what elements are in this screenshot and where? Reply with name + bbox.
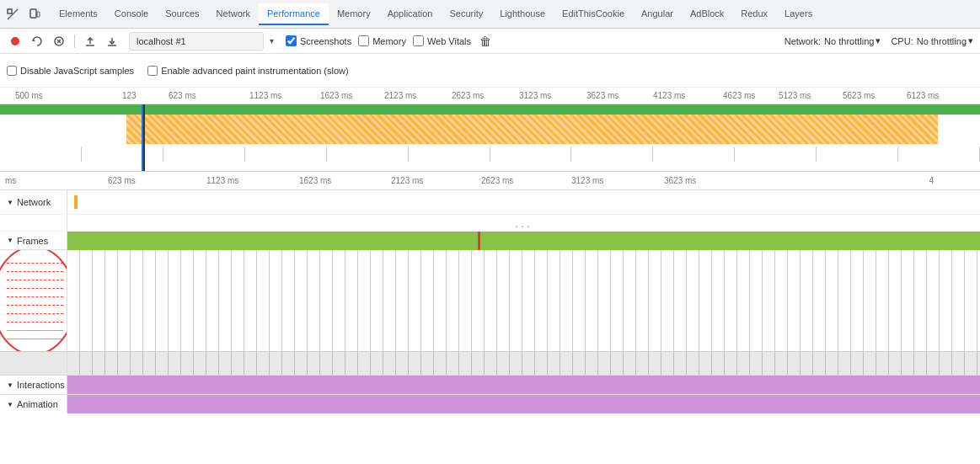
gray-cell — [0, 147, 82, 162]
gray-cell — [898, 147, 980, 162]
frames-content — [0, 250, 980, 351]
delete-icon[interactable]: 🗑 — [479, 35, 491, 48]
overview-area[interactable] — [0, 104, 980, 172]
time-label-5123: 5123 ms — [779, 91, 811, 100]
disable-js-checkbox[interactable] — [7, 66, 17, 76]
network-label[interactable]: ▼ Network — [0, 190, 67, 214]
network-content[interactable] — [67, 190, 980, 214]
reload-profile-button[interactable] — [29, 33, 46, 50]
frames-chevron: ▼ — [7, 237, 13, 244]
interactions-bar — [67, 376, 980, 394]
dash-line-6 — [7, 305, 63, 306]
download-button[interactable] — [104, 33, 120, 50]
overview-gray-cells — [0, 147, 980, 162]
tab-adblock[interactable]: AdBlock — [682, 3, 732, 25]
frames-sidebar-lines — [0, 250, 67, 351]
enable-paint-label: Enable advanced paint instrumentation (s… — [161, 66, 349, 76]
tab-memory[interactable]: Memory — [329, 3, 379, 25]
dots-row: ... — [0, 215, 980, 232]
network-throttle: Network: No throttling ▾ — [785, 35, 881, 46]
frames-bottom-bar — [0, 351, 980, 375]
network-section: ▼ Network — [0, 190, 980, 215]
svg-rect-0 — [8, 9, 12, 13]
web-vitals-checkbox[interactable] — [413, 35, 424, 46]
frames-timeline-bar — [67, 232, 980, 250]
dash-line-5 — [7, 296, 63, 297]
enable-paint-option: Enable advanced paint instrumentation (s… — [147, 66, 349, 76]
time-label-6123: 6123 ms — [907, 91, 939, 100]
tab-network[interactable]: Network — [208, 3, 259, 25]
gray-cell — [409, 147, 490, 162]
network-throttle-dropdown[interactable]: No throttling ▾ — [824, 35, 881, 46]
toolbar: localhost #1 ▾ Screenshots Memory Web Vi… — [0, 29, 980, 54]
network-chevron: ▼ — [7, 199, 13, 206]
interactions-label-text: Interactions — [17, 380, 65, 390]
svg-point-4 — [11, 37, 19, 45]
memory-checkbox[interactable] — [358, 35, 369, 46]
svg-rect-2 — [30, 9, 36, 18]
gray-cell — [163, 147, 245, 162]
tab-application[interactable]: Application — [379, 3, 442, 25]
interactions-chevron: ▼ — [7, 381, 13, 389]
dash-line-8 — [7, 322, 63, 323]
cpu-throttle-arrow: ▾ — [968, 35, 973, 46]
animation-label[interactable]: ▼ Animation — [0, 395, 67, 413]
tab-layers[interactable]: Layers — [776, 3, 821, 25]
time-label-623: 623 ms — [169, 91, 196, 100]
frames-sidebar — [0, 250, 67, 351]
tab-console[interactable]: Console — [106, 3, 157, 25]
time-label-4123: 4123 ms — [653, 91, 685, 100]
time-label-3123: 3123 ms — [519, 91, 551, 100]
tab-editthiscookie[interactable]: EditThisCookie — [554, 3, 633, 25]
screenshots-checkbox[interactable] — [286, 35, 297, 46]
main-content: 500 ms 123 623 ms 1123 ms 1623 ms 2123 m… — [0, 88, 980, 464]
dash-line-2 — [7, 271, 63, 272]
network-throttle-arrow: ▾ — [876, 35, 881, 46]
tl-1623: 1623 ms — [299, 176, 331, 185]
device-icon[interactable] — [25, 5, 44, 24]
screenshots-label: Screenshots — [300, 36, 351, 46]
time-label-4623: 4623 ms — [723, 91, 755, 100]
gray-cell — [571, 147, 653, 162]
enable-paint-checkbox[interactable] — [147, 66, 158, 76]
svg-line-1 — [8, 9, 18, 19]
overview-stripe — [126, 115, 938, 144]
upload-button[interactable] — [82, 33, 99, 50]
tl-3123: 3123 ms — [571, 176, 603, 185]
time-label-1123: 1123 ms — [249, 91, 281, 100]
frame-columns — [67, 250, 980, 351]
time-label-2123: 2123 ms — [384, 91, 416, 100]
timeline-ms-header: ms 623 ms 1123 ms 1623 ms 2123 ms 2623 m… — [0, 172, 980, 190]
dash-line-3 — [7, 280, 63, 280]
stop-button[interactable] — [51, 33, 67, 50]
overview-ruler: 500 ms 123 623 ms 1123 ms 1623 ms 2123 m… — [0, 88, 980, 104]
time-label-500: 500 ms — [15, 91, 43, 100]
tab-elements[interactable]: Elements — [51, 3, 106, 25]
tl-2623: 2623 ms — [481, 176, 513, 185]
tl-ms: ms — [5, 176, 16, 185]
overview-green-bar — [0, 104, 980, 115]
time-label-5623: 5623 ms — [843, 91, 875, 100]
cpu-throttle: CPU: No throttling ▾ — [891, 35, 973, 46]
tl-3623: 3623 ms — [664, 176, 696, 185]
memory-label: Memory — [372, 36, 406, 46]
frames-label[interactable]: ▼ Frames — [0, 232, 67, 249]
tl-2123: 2123 ms — [391, 176, 423, 185]
gray-cell — [735, 147, 817, 162]
tab-angular[interactable]: Angular — [633, 3, 682, 25]
interactions-header: ▼ Interactions — [0, 376, 980, 394]
tab-sources[interactable]: Sources — [157, 3, 207, 25]
tab-security[interactable]: Security — [441, 3, 491, 25]
record-button[interactable] — [7, 33, 24, 50]
frames-section: ▼ Frames — [0, 232, 980, 376]
url-dropdown-arrow[interactable]: ▾ — [270, 36, 274, 45]
inspect-icon[interactable] — [3, 5, 22, 24]
cpu-throttle-dropdown[interactable]: No throttling ▾ — [917, 35, 973, 46]
dots-text: ... — [515, 216, 533, 230]
tab-redux[interactable]: Redux — [732, 3, 776, 25]
tl-623: 623 ms — [108, 176, 136, 185]
tab-lighthouse[interactable]: Lighthouse — [491, 3, 554, 25]
interactions-label[interactable]: ▼ Interactions — [0, 376, 67, 394]
network-section-text: Network — [17, 197, 51, 207]
tab-performance[interactable]: Performance — [259, 3, 329, 25]
